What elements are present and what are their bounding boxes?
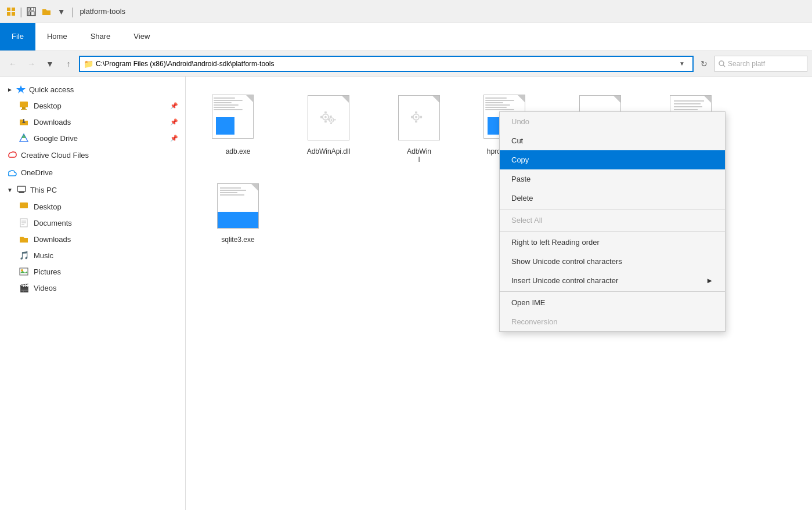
adbwinl-label: AdbWinl	[407, 147, 431, 164]
svg-rect-2	[7, 12, 10, 16]
sidebar-item-music[interactable]: 🎵 Music	[0, 247, 185, 263]
ctx-paste-label: Paste	[511, 175, 530, 183]
ribbon: File Home Share View	[0, 23, 812, 51]
search-box[interactable]: Search platf	[714, 56, 807, 72]
ctx-paste[interactable]: Paste	[500, 169, 725, 189]
ctx-select-all: Select All	[500, 211, 725, 230]
sidebar-pc-downloads-label: Downloads	[34, 235, 71, 244]
svg-rect-27	[20, 268, 28, 275]
svg-rect-14	[21, 109, 27, 110]
ctx-select-all-label: Select All	[511, 216, 542, 225]
svg-rect-38	[330, 115, 332, 117]
sidebar-music-label: Music	[34, 251, 53, 260]
sidebar-downloads-label: Downloads	[34, 118, 71, 126]
sidebar-item-videos[interactable]: 🎬 Videos	[0, 280, 185, 296]
svg-marker-29	[20, 271, 28, 273]
tab-home[interactable]: Home	[35, 23, 79, 50]
svg-rect-46	[411, 116, 413, 118]
sidebar-item-pc-desktop[interactable]: Desktop	[0, 198, 185, 215]
sidebar-item-google-drive[interactable]: Google Drive 📌	[0, 130, 185, 146]
dll-gear-icon	[317, 107, 340, 129]
title-bar: | ▼ | platform-tools	[0, 0, 812, 23]
svg-rect-20	[19, 191, 24, 193]
search-icon	[719, 60, 726, 67]
svg-rect-16	[23, 119, 24, 123]
sidebar-item-documents[interactable]: Documents	[0, 215, 185, 231]
svg-rect-1	[12, 8, 15, 11]
tab-share[interactable]: Share	[79, 23, 122, 50]
ctx-show-unicode-label: Show Unicode control characters	[511, 257, 622, 266]
adbwinapi-dll-icon	[299, 92, 358, 144]
ctx-sep2	[500, 231, 725, 232]
file-sqlite3-exe[interactable]: sqlite3.exe	[197, 176, 279, 247]
nav-up-btn[interactable]: ↑	[60, 56, 77, 72]
sidebar-pc-desktop-label: Desktop	[34, 202, 62, 211]
svg-point-43	[415, 116, 417, 118]
address-input-wrapper[interactable]: 📁 C:\Program Files (x86)\Android\android…	[79, 56, 694, 72]
titlebar-icon1	[5, 5, 17, 18]
ctx-open-ime[interactable]: Open IME	[500, 293, 725, 312]
sidebar-item-pc-downloads[interactable]: Downloads	[0, 231, 185, 247]
ctx-sep1	[500, 209, 725, 209]
titlebar-title: platform-tools	[80, 7, 125, 16]
ctx-rtl-reading[interactable]: Right to left Reading order	[500, 233, 725, 252]
svg-rect-45	[415, 121, 417, 122]
ctx-reconversion: Reconversion	[500, 312, 725, 331]
ctx-rtl-label: Right to left Reading order	[511, 238, 600, 247]
sidebar-creative-cloud[interactable]: Creative Cloud Files	[0, 146, 185, 164]
svg-point-9	[719, 61, 724, 66]
titlebar-sep2: |	[71, 6, 74, 17]
creative-cloud-icon	[7, 150, 17, 160]
sidebar-item-downloads[interactable]: Downloads 📌	[0, 114, 185, 130]
sidebar-quick-access[interactable]: ► Quick access	[0, 81, 185, 97]
pc-downloads-icon	[19, 234, 29, 244]
ctx-insert-unicode-arrow: ►	[706, 276, 713, 285]
svg-rect-0	[7, 8, 10, 11]
file-adb-exe[interactable]: adb.exe	[197, 88, 279, 167]
sidebar-item-pictures[interactable]: Pictures	[0, 263, 185, 280]
sidebar-documents-label: Documents	[34, 219, 72, 227]
svg-rect-7	[30, 12, 31, 16]
titlebar-save-btn[interactable]	[25, 5, 38, 18]
pc-desktop-icon	[19, 201, 29, 212]
titlebar-dropdown-btn[interactable]: ▼	[55, 5, 68, 18]
svg-rect-39	[330, 123, 332, 124]
videos-icon: 🎬	[19, 283, 29, 293]
titlebar-quickstart[interactable]: | ▼	[5, 5, 68, 18]
ctx-sep3	[500, 291, 725, 292]
sidebar: ► Quick access Desktop 📌 Downloads 📌 Goo…	[0, 77, 186, 510]
sidebar-this-pc[interactable]: ▼ This PC	[0, 181, 185, 198]
svg-rect-40	[328, 119, 329, 121]
downloads-icon	[19, 117, 29, 127]
ctx-show-unicode[interactable]: Show Unicode control characters	[500, 252, 725, 271]
file-adbwinl[interactable]: AdbWinl	[378, 88, 460, 167]
address-dropdown-btn[interactable]: ▼	[675, 57, 689, 71]
adb-exe-icon	[209, 92, 267, 144]
ctx-copy[interactable]: Copy	[500, 150, 725, 169]
onedrive-icon	[7, 167, 17, 178]
file-adbwinapi-dll[interactable]: AdbWinApi.dll	[288, 88, 369, 167]
ctx-insert-unicode-label: Insert Unicode control character	[511, 276, 618, 285]
ctx-cut[interactable]: Cut	[500, 131, 725, 150]
nav-back-btn[interactable]: ←	[5, 56, 21, 72]
sidebar-desktop-label: Desktop	[34, 102, 62, 110]
quick-access-icon	[16, 85, 26, 94]
tab-file[interactable]: File	[0, 23, 35, 50]
sidebar-quick-access-label: Quick access	[29, 85, 74, 94]
nav-forward-btn[interactable]: →	[23, 56, 39, 72]
sidebar-this-pc-label: This PC	[30, 186, 57, 194]
tab-view[interactable]: View	[122, 23, 161, 50]
sidebar-onedrive[interactable]: OneDrive	[0, 164, 185, 181]
ctx-insert-unicode[interactable]: Insert Unicode control character ►	[500, 271, 725, 290]
svg-rect-36	[320, 116, 322, 118]
nav-recent-btn[interactable]: ▼	[42, 56, 58, 72]
address-text: C:\Program Files (x86)\Android\android-s…	[96, 60, 673, 68]
ctx-copy-label: Copy	[511, 155, 529, 164]
svg-rect-3	[12, 12, 15, 16]
titlebar-folder-btn[interactable]	[40, 5, 53, 18]
svg-marker-18	[21, 134, 26, 138]
sidebar-item-desktop[interactable]: Desktop 📌	[0, 97, 185, 114]
refresh-btn[interactable]: ↻	[696, 56, 712, 72]
quick-access-chevron: ►	[7, 86, 13, 93]
ctx-delete[interactable]: Delete	[500, 189, 725, 208]
